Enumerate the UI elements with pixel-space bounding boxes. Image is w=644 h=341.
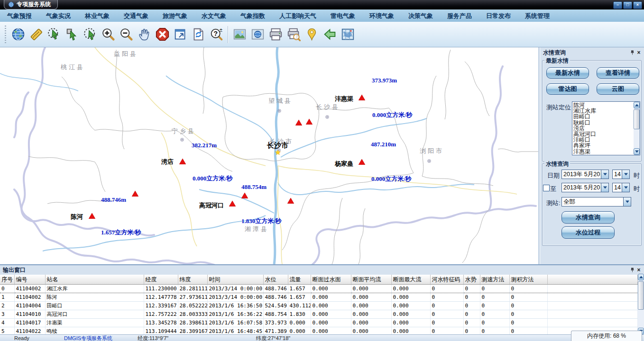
- close-panel-icon[interactable]: ×: [635, 49, 642, 56]
- column-header[interactable]: 水势: [463, 275, 480, 285]
- chevron-down-icon[interactable]: [601, 170, 608, 179]
- table-row[interactable]: 341104010高冠河口112.75722228.0033332013/1/6…: [0, 310, 638, 319]
- list-item[interactable]: 沣惠渠: [573, 149, 633, 154]
- list-item[interactable]: 田峪口: [573, 114, 633, 119]
- column-header[interactable]: 站名: [45, 275, 144, 285]
- table-row[interactable]: 441104017沣惠渠113.34527828.3986112013/1/6 …: [0, 319, 638, 327]
- deselect-features-button[interactable]: [81, 25, 99, 44]
- hour-to-select[interactable]: 14: [612, 183, 630, 192]
- image-export-button[interactable]: [230, 25, 248, 44]
- toolbar-grip[interactable]: [5, 26, 6, 44]
- scroll-up-icon[interactable]: [638, 274, 644, 280]
- pin-icon[interactable]: [629, 49, 635, 56]
- identify-button[interactable]: ?±: [207, 25, 225, 44]
- maximize-button[interactable]: □: [623, 1, 632, 9]
- station-marker-icon[interactable]: [287, 198, 294, 204]
- select-features-button[interactable]: [45, 25, 63, 44]
- measure-ruler-button[interactable]: [27, 25, 45, 44]
- menu-item-9[interactable]: 雷电气象: [323, 10, 362, 22]
- app-tab[interactable]: 专项服务系统: [4, 0, 58, 9]
- close-button[interactable]: ×: [633, 1, 642, 9]
- column-header[interactable]: 测速方法: [480, 275, 509, 285]
- pan-hand-button[interactable]: [135, 25, 153, 44]
- column-header[interactable]: 水位: [263, 275, 288, 285]
- menu-item-14[interactable]: 系统管理: [518, 10, 557, 22]
- station-list-scrollbar[interactable]: [634, 102, 640, 155]
- globe-button[interactable]: [9, 25, 27, 44]
- column-header[interactable]: 纬度: [178, 275, 207, 285]
- column-header[interactable]: 河水特征码: [430, 275, 463, 285]
- stop-button[interactable]: [153, 25, 171, 44]
- menu-item-10[interactable]: 环境气象: [362, 10, 401, 22]
- view-details-button[interactable]: 查看详情: [597, 67, 639, 79]
- menu-item-8[interactable]: 人工影响天气: [272, 10, 323, 22]
- output-table[interactable]: 序号编号站名经度纬度时间水位流量断面过水面断面平均流断面最大流河水特征码水势测速…: [0, 275, 638, 334]
- menu-item-1[interactable]: 气象预报: [0, 10, 39, 22]
- table-row[interactable]: 541104022鸣犊113.10944428.3091672013/1/6 1…: [0, 327, 638, 335]
- column-header[interactable]: 测积方法: [509, 275, 547, 285]
- close-output-icon[interactable]: ×: [635, 267, 642, 273]
- back-arrow-button[interactable]: [321, 25, 339, 44]
- chevron-down-icon[interactable]: [622, 183, 629, 192]
- menu-item-5[interactable]: 旅游气象: [156, 10, 194, 22]
- water-query-button[interactable]: 水情查询: [561, 211, 615, 224]
- water-level-button[interactable]: 水位过程: [561, 226, 615, 239]
- column-header[interactable]: 时间: [207, 275, 263, 285]
- table-row[interactable]: 041104002湘江水库111.23000028.2811112013/3/1…: [0, 285, 638, 293]
- menu-item-3[interactable]: 林业气象: [78, 10, 117, 22]
- column-header[interactable]: 断面平均流: [351, 275, 391, 285]
- zoom-in-button[interactable]: [99, 25, 117, 44]
- table-row[interactable]: 241104004田峪口112.33916728.0522222013/1/6 …: [0, 302, 638, 310]
- station-marker-icon[interactable]: [179, 159, 186, 164]
- map-canvas[interactable]: 益阳县桃江县宁乡县望城县长沙县长沙市浏阳市湘潭县沣惠渠长沙市涝店杨家蛊高冠河口陈…: [0, 47, 538, 264]
- station-marker-icon[interactable]: [229, 201, 236, 206]
- pin-icon[interactable]: [629, 267, 635, 273]
- print-preview-button[interactable]: [285, 25, 303, 44]
- overview-map-button[interactable]: [339, 25, 357, 44]
- map-image-button[interactable]: [248, 25, 267, 44]
- table-row[interactable]: 141104002陈河112.14777827.9736112013/3/14 …: [0, 293, 638, 302]
- print-button[interactable]: [267, 25, 285, 44]
- locate-pin-button[interactable]: [303, 25, 321, 44]
- table-scrollbar[interactable]: [638, 274, 644, 334]
- select-arrow-button[interactable]: [63, 25, 81, 44]
- menu-item-2[interactable]: 气象实况: [39, 10, 78, 22]
- column-header[interactable]: 经度: [144, 275, 178, 285]
- menu-item-12[interactable]: 服务产品: [440, 10, 479, 22]
- menu-item-6[interactable]: 水文气象: [194, 10, 233, 22]
- column-header[interactable]: 序号: [0, 275, 14, 285]
- station-marker-icon[interactable]: [295, 120, 302, 126]
- hour-from-select[interactable]: 14: [612, 170, 630, 179]
- scroll-down-icon[interactable]: [634, 148, 640, 155]
- column-header[interactable]: 流量: [288, 275, 311, 285]
- station-listbox[interactable]: 陈河湘江水库田峪口耿峪口涝店高冠河口沣峪口冉家坪沣惠渠: [572, 101, 640, 155]
- chevron-down-icon[interactable]: [622, 170, 629, 179]
- column-header[interactable]: 断面最大流: [391, 275, 430, 285]
- station-marker-icon[interactable]: [359, 159, 365, 165]
- station-marker-icon[interactable]: [89, 213, 95, 219]
- chevron-down-icon[interactable]: [601, 183, 608, 192]
- chevron-down-icon[interactable]: [623, 197, 631, 206]
- station-marker-icon[interactable]: [132, 191, 138, 197]
- column-header[interactable]: 编号: [14, 275, 45, 285]
- to-date-checkbox[interactable]: [543, 185, 550, 191]
- station-marker-icon[interactable]: [241, 193, 248, 198]
- station-marker-icon[interactable]: [359, 95, 365, 100]
- list-item[interactable]: 冉家坪: [573, 143, 633, 148]
- menu-item-4[interactable]: 交通气象: [117, 10, 156, 22]
- zoom-out-button[interactable]: [117, 25, 135, 44]
- radar-chart-button[interactable]: 雷达图: [546, 83, 589, 95]
- station-marker-icon[interactable]: [306, 119, 313, 125]
- date-to-select[interactable]: 2013年 5月20日: [561, 183, 609, 192]
- scroll-up-icon[interactable]: [634, 102, 640, 108]
- new-window-button[interactable]: [171, 25, 189, 44]
- menu-item-13[interactable]: 日常发布: [479, 10, 518, 22]
- date-from-select[interactable]: 2013年 5月20日: [561, 170, 609, 179]
- column-header[interactable]: 断面过水面: [311, 275, 351, 285]
- menu-item-7[interactable]: 气象指数: [233, 10, 272, 22]
- minimize-button[interactable]: –: [613, 1, 622, 9]
- cloud-chart-button[interactable]: 云图: [597, 83, 639, 95]
- station-select[interactable]: 全部: [561, 197, 631, 206]
- latest-water-button[interactable]: 最新水情: [546, 67, 589, 79]
- menu-item-11[interactable]: 决策气象: [401, 10, 440, 22]
